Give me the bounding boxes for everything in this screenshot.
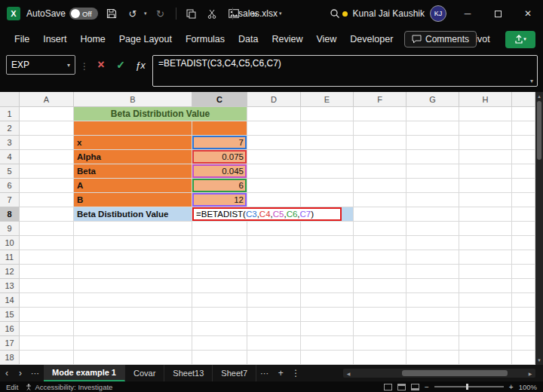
cell-F15[interactable] [354,308,406,322]
cell-C13[interactable] [192,279,247,293]
select-all-corner[interactable] [0,92,20,107]
cell-H11[interactable] [459,250,512,265]
cell-E10[interactable] [301,236,354,250]
cell-A6[interactable] [20,179,74,193]
cell-G10[interactable] [406,236,459,250]
cell-C8-formula-edit[interactable]: =BETADIST(C3,C4,C5,C6,C7) [192,207,354,222]
cell-E15[interactable] [301,308,354,322]
copy-icon[interactable] [184,6,199,21]
cell-F8[interactable] [354,207,406,222]
cell-F12[interactable] [354,265,406,279]
cell-H10[interactable] [459,236,512,250]
cell-F9[interactable] [354,222,406,236]
cell-E16[interactable] [301,322,354,336]
cell-H13[interactable] [459,279,512,293]
cell-F18[interactable] [354,351,406,365]
sheet-tab-covar[interactable]: Covar [125,365,164,381]
cell-B16[interactable] [74,322,192,336]
cell-H17[interactable] [459,336,512,351]
cell-H18[interactable] [459,351,512,365]
cell-D6[interactable] [247,179,301,193]
cell-H7[interactable] [459,193,512,207]
cell-C12[interactable] [192,265,247,279]
cell-E17[interactable] [301,336,354,351]
sheet-options-icon[interactable]: ⋮ [288,368,303,378]
cell-D4[interactable] [247,150,301,164]
add-sheet-button[interactable]: + [273,368,288,378]
cell-D1[interactable] [247,107,301,121]
cell-C17[interactable] [192,336,247,351]
row-header-16[interactable]: 16 [0,322,20,336]
cell-A18[interactable] [20,351,74,365]
cancel-entry-button[interactable]: × [94,55,109,75]
menu-tab-home[interactable]: Home [73,30,112,48]
cell-C2[interactable] [192,121,247,136]
vertical-scrollbar[interactable]: ▲ ▼ [535,92,543,365]
cell-F3[interactable] [354,136,406,150]
row-header-9[interactable]: 9 [0,222,20,236]
cell-D3[interactable] [247,136,301,150]
cell-partial-14[interactable] [512,293,535,308]
share-button[interactable]: ▾ [505,31,535,48]
row-header-10[interactable]: 10 [0,236,20,250]
cell-F17[interactable] [354,336,406,351]
menu-tab-review[interactable]: Review [265,30,309,48]
maximize-button[interactable] [483,0,513,27]
row-header-5[interactable]: 5 [0,164,20,179]
cell-B5[interactable]: Beta [74,164,192,179]
cell-C3[interactable]: 7 [192,136,247,150]
sheet-tab-sheet7[interactable]: Sheet7 [213,365,256,381]
cell-G16[interactable] [406,322,459,336]
cell-B2[interactable] [74,121,192,136]
cell-partial-13[interactable] [512,279,535,293]
undo-dropdown-icon[interactable]: ▾ [144,11,147,17]
cell-partial-4[interactable] [512,150,535,164]
formula-bar-expand-icon[interactable]: ▾ [530,78,533,84]
cell-A13[interactable] [20,279,74,293]
row-header-15[interactable]: 15 [0,308,20,322]
sheet-tab-mode-example-1[interactable]: Mode example 1 [44,365,125,381]
row-header-12[interactable]: 12 [0,265,20,279]
column-header-B[interactable]: B [74,92,192,107]
cell-D5[interactable] [247,164,301,179]
row-header-18[interactable]: 18 [0,351,20,365]
cell-A11[interactable] [20,250,74,265]
column-header-F[interactable]: F [354,92,406,107]
cell-F2[interactable] [354,121,406,136]
column-header-partial[interactable] [512,92,535,107]
cell-A10[interactable] [20,236,74,250]
account-control[interactable]: Kunal Jai Kaushik KJ [342,0,446,27]
cell-G18[interactable] [406,351,459,365]
cell-A2[interactable] [20,121,74,136]
row-header-2[interactable]: 2 [0,121,20,136]
cell-G2[interactable] [406,121,459,136]
menu-tab-developer[interactable]: Developer [343,30,400,48]
comments-button[interactable]: Comments [404,31,477,47]
cell-H3[interactable] [459,136,512,150]
cell-E13[interactable] [301,279,354,293]
cell-partial-8[interactable] [512,207,535,222]
row-header-13[interactable]: 13 [0,279,20,293]
cell-C9[interactable] [192,222,247,236]
cell-A17[interactable] [20,336,74,351]
scroll-up-icon[interactable]: ▲ [537,92,541,101]
zoom-out-button[interactable]: − [425,383,429,391]
cell-D9[interactable] [247,222,301,236]
cell-partial-9[interactable] [512,222,535,236]
zoom-slider-thumb[interactable] [466,384,468,390]
more-sheets-icon[interactable]: ⋯ [256,369,273,378]
cell-E9[interactable] [301,222,354,236]
cell-C16[interactable] [192,322,247,336]
cell-D11[interactable] [247,250,301,265]
close-button[interactable]: ✕ [513,0,543,27]
cell-A1[interactable] [20,107,74,121]
cell-H1[interactable] [459,107,512,121]
cell-C18[interactable] [192,351,247,365]
cell-E7[interactable] [301,193,354,207]
zoom-in-button[interactable]: + [509,383,514,391]
cell-D17[interactable] [247,336,301,351]
menu-tab-page-layout[interactable]: Page Layout [112,30,179,48]
cell-E6[interactable] [301,179,354,193]
cell-F6[interactable] [354,179,406,193]
row-header-17[interactable]: 17 [0,336,20,351]
